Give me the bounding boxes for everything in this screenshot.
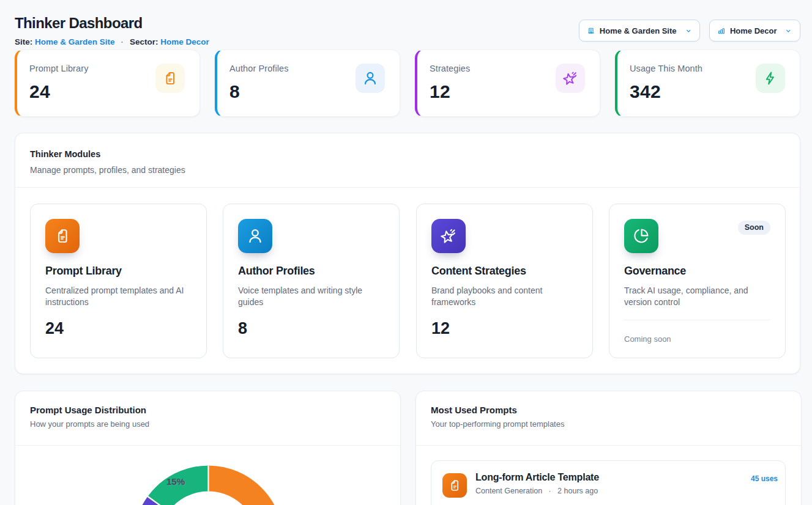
- svg-text:15%: 15%: [166, 476, 185, 487]
